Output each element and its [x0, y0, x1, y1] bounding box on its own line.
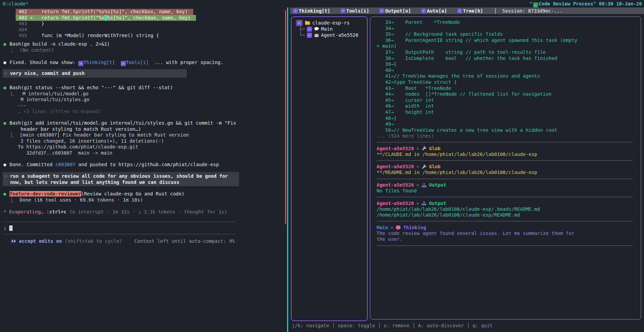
- interrupt-key: ctrl+c: [49, 209, 67, 215]
- toggle-thinking[interactable]: ✓Thinking[t]: [293, 8, 330, 14]
- user-message: >very nice, commit and push: [3, 69, 187, 78]
- terminal-screen: 0:claude* "✳Code Review Process" 08:30 1…: [0, 0, 644, 332]
- tool-call-bash-commit: ●Bash(git add internal/tui/model.go inte…: [3, 120, 236, 156]
- agent-block-header: Agent-a5e5526 » Glob: [377, 145, 641, 152]
- checkbox-checked-icon[interactable]: ✓: [297, 20, 302, 26]
- checkbox-checked-icon: ✓: [78, 61, 83, 66]
- bash-result: M internal/tui/styles.go: [3, 97, 173, 103]
- tool-bullet-icon: ●: [3, 191, 6, 197]
- bash-result: ⎿ (No content): [3, 47, 110, 53]
- agent-name: Agent-a5e5526: [377, 146, 414, 151]
- input-separator-bottom: [2, 234, 235, 234]
- toggle-output[interactable]: ✓Output[o]: [379, 8, 411, 14]
- bash-command: Bash(git add internal/tui/model.go inter…: [10, 120, 236, 126]
- chevrons-icon: »: [416, 164, 419, 169]
- bash-result: ⎿ [main c603807] Fix header bar styling …: [3, 132, 236, 138]
- tree-node-agent[interactable]: └─ ✓ Agent-a5e5526: [292, 32, 367, 38]
- code-line: 49→: [377, 121, 641, 127]
- outbox-icon: [422, 183, 427, 188]
- brain-icon: [396, 225, 401, 230]
- toggle-tree[interactable]: ✓Tree[h]: [457, 8, 483, 14]
- wrench-icon: [422, 164, 427, 169]
- tool-name: Output: [429, 201, 446, 206]
- chevrons-icon: »: [391, 225, 393, 230]
- message-bullet-icon: ●: [3, 60, 6, 66]
- robot-icon: [314, 33, 319, 37]
- keybinding-footer: j/k: navigate │ space: toggle │ x: remov…: [292, 323, 493, 328]
- output-panel: 33→ Parent *TreeNode 34→ 35→ // Backgrou…: [370, 16, 641, 320]
- title-quote-open: ": [529, 1, 532, 6]
- claude-code-pane: 402 - return fmt.Sprintf("%s%s[%s]", che…: [0, 7, 287, 332]
- code-line: 43→ Root *TreeNode: [377, 85, 641, 92]
- diff-context-line: 403 }: [16, 21, 196, 27]
- block-separator: [377, 242, 641, 249]
- tui-header-bar: ✓Thinking[t] ✓Tools[i] ✓Output[o] ✓Auto[…: [290, 7, 644, 14]
- agent-name: Agent-a5e5526: [377, 201, 414, 206]
- checkbox-checked-icon: ✓: [457, 9, 462, 13]
- diff-removed-line: 402 - return fmt.Sprintf("%s%s[%s]", che…: [16, 9, 193, 15]
- tree-cursor-highlight: ✓: [296, 20, 303, 26]
- agent-name: Main: [377, 225, 388, 230]
- tmux-window-label[interactable]: 0:claude*: [3, 0, 29, 7]
- toggle-tools[interactable]: ✓Tools[i]: [341, 8, 369, 14]
- agent-name: Agent-a5e5526: [377, 182, 414, 188]
- code-line: 42→type TreeView struct {: [377, 79, 641, 85]
- agent-block-header: Agent-a5e5526 » Output: [377, 182, 641, 188]
- agent-name: Agent-a5e5526: [377, 164, 414, 169]
- assistant-message: ●Done. Committed c603807 and pushed to h…: [3, 162, 219, 168]
- tree-node-main[interactable]: ├─ ✓ Main: [292, 26, 367, 32]
- code-line: 44→ nodes []*TreeNode // flattened list …: [377, 91, 641, 97]
- tree-node-label: Agent-a5e5526: [321, 32, 359, 38]
- diff-added-line: 402 + return fmt.Sprintf("%s %s[%s]", ch…: [16, 15, 196, 21]
- scrollbar-thumb[interactable]: [285, 10, 286, 224]
- spinner-word: * Evaporating…: [3, 209, 46, 215]
- block-separator: [377, 139, 641, 145]
- tool-detail: **/README.md in /home/phiat/lab/lab26/la…: [377, 170, 641, 176]
- prompt-row[interactable]: ❯: [3, 225, 13, 232]
- checkbox-checked-icon: ✓: [379, 9, 384, 13]
- pane-divider[interactable]: [287, 7, 288, 332]
- code-line: 37→ OutputPath string // path to tool-re…: [377, 49, 641, 56]
- code-line: 35→ // Background task specific fields: [377, 31, 641, 37]
- code-line-wrap: = main): [377, 43, 641, 49]
- block-separator: [377, 176, 641, 182]
- code-line: 38→ IsComplete bool // whether the task …: [377, 56, 641, 62]
- code-line: 40→: [377, 67, 641, 74]
- bash-result: 2 files changed, 16 insertions(+), 11 de…: [3, 138, 236, 144]
- spinner-status: * Evaporating… (ctrl+c to interrupt · 1m…: [3, 209, 227, 215]
- code-line: 48→}: [377, 115, 641, 122]
- thinking-text: The code review agent found several issu…: [377, 231, 641, 237]
- agent-block-header: Agent-a5e5526 » Output: [377, 200, 641, 206]
- bash-result: To https://github.com/phiat/claude-esp.g…: [3, 144, 236, 150]
- checkbox-checked-icon: ✓: [341, 9, 345, 13]
- bash-command: Bash(git status --short && echo "---" &&…: [10, 85, 173, 90]
- wrench-icon: [422, 146, 427, 151]
- checkbox-checked-icon: ✓: [421, 9, 426, 13]
- chevrons-icon: »: [416, 182, 419, 188]
- tool-output: /home/phiat/lab/lab26/lab0108/claude-esp…: [377, 212, 641, 218]
- code-line: 34→: [377, 26, 641, 32]
- bash-command-cont: header bar styling to match Rust version…: [3, 126, 236, 132]
- tool-output: No files found: [377, 188, 641, 194]
- toggle-auto[interactable]: ✓Auto[a]: [421, 8, 447, 14]
- permission-mode[interactable]: accept edits on: [19, 238, 62, 244]
- user-prompt-icon: >: [4, 173, 7, 179]
- diff-context-line: 405 func (m *Model) renderWithTree() str…: [16, 33, 196, 39]
- tool-bullet-icon: ●: [3, 120, 6, 126]
- subagent-name: feature-dev:code-reviewer: [10, 191, 81, 196]
- code-line: 36→ ParentAgentID string // which agent …: [377, 37, 641, 44]
- checkbox-checked-icon[interactable]: ✓: [307, 27, 312, 32]
- user-message: >run a subagent to review all code for a…: [3, 172, 239, 186]
- checkbox-checked-icon[interactable]: ✓: [307, 33, 312, 38]
- expand-hint[interactable]: … +3 lines (ctrl+o to expand): [3, 109, 173, 115]
- message-bullet-icon: ●: [3, 162, 6, 168]
- mode-hint: (shift+tab to cycle): [62, 238, 122, 244]
- tool-bullet-icon: ●: [3, 41, 6, 47]
- code-line: 41→// TreeView manages the tree of sessi…: [377, 73, 641, 79]
- user-prompt-icon: >: [4, 70, 7, 76]
- bash-result: ⎿ M internal/tui/model.go: [3, 91, 173, 97]
- diff-block: 402 - return fmt.Sprintf("%s%s[%s]", che…: [16, 9, 196, 39]
- status-row: ⏵⏵ accept edits on (shift+tab to cycle)C…: [3, 238, 287, 244]
- tree-node-root[interactable]: ✓ claude-esp-rs: [292, 20, 367, 26]
- chevrons-icon: »: [416, 146, 419, 151]
